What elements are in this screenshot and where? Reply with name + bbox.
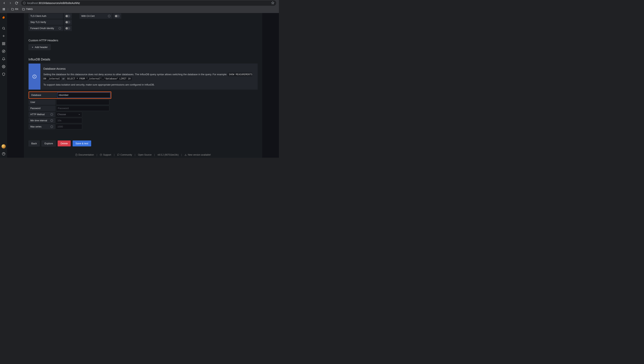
skip-tls-verify-toggle[interactable] bbox=[64, 20, 72, 25]
with-ca-cert-label: With CA Cert bbox=[80, 14, 112, 19]
http-method-label: HTTP Method bbox=[29, 112, 55, 117]
main-area: TLS Client Auth Skip TLS Verify Forward … bbox=[7, 13, 279, 158]
alert-text-2: To support data isolation and security, … bbox=[44, 83, 155, 86]
tls-client-auth-toggle[interactable] bbox=[64, 14, 72, 19]
svg-rect-7 bbox=[4, 10, 5, 10]
back-button[interactable] bbox=[2, 0, 7, 6]
user-label: User bbox=[29, 100, 55, 105]
svg-point-9 bbox=[3, 27, 5, 29]
dashboards-icon[interactable] bbox=[0, 40, 7, 48]
bookmark-star-icon[interactable] bbox=[271, 1, 274, 5]
alerting-icon[interactable] bbox=[0, 55, 7, 63]
info-icon[interactable] bbox=[108, 15, 111, 18]
influxdb-details-heading: InfluxDB Details bbox=[29, 58, 258, 61]
delete-button[interactable]: Delete bbox=[58, 140, 71, 146]
svg-line-10 bbox=[4, 29, 5, 30]
database-label: Database bbox=[30, 92, 56, 98]
svg-rect-4 bbox=[3, 8, 4, 9]
info-icon[interactable] bbox=[50, 119, 53, 122]
browser-chrome: localhost:3010/datasources/edit/6s8eAuNN… bbox=[0, 0, 279, 13]
svg-point-17 bbox=[2, 50, 5, 53]
explore-button[interactable]: Explore bbox=[42, 140, 56, 146]
site-info-icon[interactable] bbox=[23, 2, 26, 4]
info-stripe-icon bbox=[29, 64, 41, 90]
svg-point-19 bbox=[3, 66, 4, 67]
footer-new-version-link[interactable]: New version available! bbox=[184, 154, 211, 156]
reload-button[interactable] bbox=[14, 0, 19, 6]
svg-rect-6 bbox=[3, 10, 4, 10]
footer-opensource-link[interactable]: Open Source bbox=[138, 154, 152, 156]
search-icon[interactable] bbox=[0, 24, 7, 32]
footer-support-link[interactable]: Support bbox=[100, 154, 111, 156]
create-icon[interactable] bbox=[0, 32, 7, 40]
configuration-icon[interactable] bbox=[0, 63, 7, 70]
max-series-label: Max series bbox=[29, 124, 55, 129]
user-input[interactable] bbox=[56, 100, 109, 105]
min-interval-input[interactable] bbox=[56, 118, 82, 123]
svg-rect-15 bbox=[2, 44, 3, 45]
tls-client-auth-label: TLS Client Auth bbox=[29, 14, 63, 19]
url-text: localhost:3010/datasources/edit/6s8eAuNN… bbox=[27, 2, 80, 4]
svg-rect-13 bbox=[2, 42, 3, 43]
server-admin-icon[interactable] bbox=[0, 70, 7, 78]
min-interval-label: Min time interval bbox=[29, 118, 55, 123]
info-icon[interactable] bbox=[59, 27, 61, 30]
database-row-highlight: Database bbox=[29, 92, 111, 99]
skip-tls-verify-label: Skip TLS Verify bbox=[29, 20, 63, 25]
database-access-alert: Database Access Setting the database for… bbox=[29, 64, 258, 90]
chevron-down-icon bbox=[78, 113, 81, 116]
avatar[interactable] bbox=[2, 144, 6, 148]
custom-headers-heading: Custom HTTP Headers bbox=[29, 39, 258, 42]
svg-point-8 bbox=[3, 18, 4, 18]
apps-icon[interactable] bbox=[2, 6, 6, 12]
add-header-button[interactable]: Add header bbox=[29, 44, 51, 50]
with-ca-cert-toggle[interactable] bbox=[113, 14, 121, 19]
help-icon[interactable] bbox=[0, 150, 7, 158]
save-test-button[interactable]: Save & test bbox=[73, 140, 91, 146]
alert-code-2: SELECT * FROM "_internal".."database" LI… bbox=[66, 77, 131, 80]
footer: Documentation | Support | Community | Op… bbox=[24, 154, 262, 156]
back-button[interactable]: Back bbox=[29, 140, 40, 146]
address-bar[interactable]: localhost:3010/datasources/edit/6s8eAuNN… bbox=[21, 0, 276, 6]
alert-title: Database Access bbox=[44, 66, 255, 71]
password-input[interactable] bbox=[56, 106, 109, 111]
grafana-logo-icon[interactable] bbox=[0, 14, 7, 22]
footer-community-link[interactable]: Community bbox=[117, 154, 132, 156]
forward-oauth-toggle[interactable] bbox=[64, 26, 72, 31]
bookmark-folder-rx[interactable]: RX bbox=[10, 7, 20, 11]
forward-oauth-label: Forward OAuth Identity bbox=[29, 26, 63, 31]
sidebar bbox=[0, 13, 7, 158]
forward-button[interactable] bbox=[8, 0, 13, 6]
footer-version: v8.5.2 (90701be19c) bbox=[157, 154, 179, 156]
alert-text-1: Setting the database for this datasource… bbox=[44, 73, 227, 76]
svg-point-32 bbox=[34, 76, 35, 76]
explore-icon[interactable] bbox=[0, 48, 7, 55]
password-label: Password bbox=[29, 106, 55, 111]
footer-documentation-link[interactable]: Documentation bbox=[75, 154, 94, 156]
svg-rect-14 bbox=[4, 42, 5, 43]
svg-rect-5 bbox=[4, 8, 5, 9]
http-method-select[interactable]: Choose bbox=[56, 112, 82, 117]
info-icon[interactable] bbox=[50, 113, 53, 116]
svg-marker-18 bbox=[3, 51, 4, 52]
info-icon[interactable] bbox=[50, 125, 53, 128]
svg-rect-16 bbox=[4, 44, 5, 45]
svg-marker-3 bbox=[271, 2, 274, 4]
max-series-input[interactable] bbox=[56, 124, 82, 129]
database-input[interactable] bbox=[57, 92, 110, 98]
bookmark-folder-twks[interactable]: TWKS bbox=[21, 7, 34, 11]
